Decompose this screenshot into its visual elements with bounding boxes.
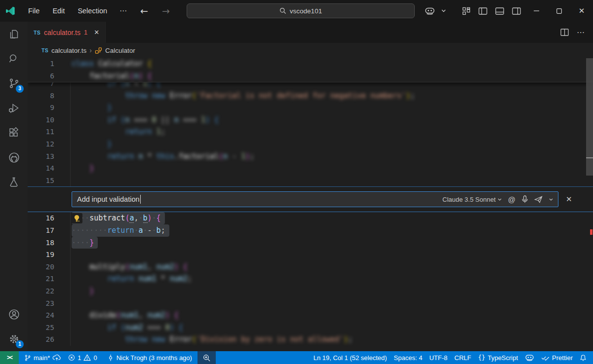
git-blame-status-item[interactable]: Nick Trogh (3 months ago) [104,351,196,364]
line-content[interactable]: divide(num1, num2) { [72,309,593,322]
tab-close-icon[interactable]: ✕ [94,29,99,36]
customize-layout-icon[interactable] [458,0,474,22]
line-content[interactable]: return n * this.factorial(n - 1); [72,150,593,163]
activity-bar-item-source-control[interactable]: 3 [0,71,28,96]
line-content[interactable]: if (n === 0 || n === 1) { [72,114,593,126]
remote-icon: >< [7,354,12,361]
cursor-position-item[interactable]: Ln 19, Col 1 (52 selected) [310,351,391,364]
remote-indicator[interactable]: >< [0,351,19,364]
line-number[interactable]: 15 [28,175,54,187]
line-content[interactable]: throw new Error('Division by zero is not… [72,333,593,346]
line-number[interactable]: 6 [28,70,54,82]
line-content[interactable]: ········return·a·-·b; [72,224,593,237]
line-number[interactable]: 25 [28,322,54,334]
line-content[interactable] [72,297,593,310]
line-content[interactable]: } [72,285,593,297]
github-icon [8,151,20,164]
breadcrumb-symbol[interactable]: Calculator [105,47,135,54]
line-number[interactable]: 9 [28,102,54,114]
toggle-primary-sidebar-icon[interactable] [474,0,491,22]
line-number[interactable]: 14 [28,162,54,175]
copilot-lightbulb-icon[interactable] [71,213,82,223]
send-options-chevron-icon[interactable] [549,198,553,201]
line-content[interactable]: } [72,102,593,114]
navigate-back-icon[interactable]: ← [133,5,155,16]
line-number[interactable]: 24 [28,309,54,322]
model-picker[interactable]: Claude 3.5 Sonnet [442,196,502,203]
line-content[interactable]: multiply(num1, num2) { [72,261,593,273]
maximize-icon[interactable] [548,0,570,22]
line-content[interactable]: if (num2 === 0) { [72,322,593,334]
toggle-panel-icon[interactable] [491,0,508,22]
breadcrumb-file[interactable]: calculator.ts [51,47,86,54]
line-number[interactable]: 19 [28,249,54,261]
activity-bar-item-account[interactable] [0,302,28,327]
activity-bar-item-run-debug[interactable] [0,96,28,120]
formatter-status-item[interactable]: Prettier [538,351,576,364]
inline-chat-input[interactable]: Add input validation Claude 3.5 Sonnet @ [72,191,558,207]
line-number[interactable]: 11 [28,126,54,138]
menu-selection[interactable]: Selection [71,0,114,22]
line-number[interactable]: 16 [28,212,54,224]
line-content[interactable]: throw new Error('Factorial is not define… [72,90,593,102]
minimize-icon[interactable] [525,0,548,22]
problems-status-item[interactable]: 1 0 [65,351,100,364]
line-number[interactable]: 1 [28,58,54,70]
activity-bar-item-settings-gear[interactable]: 1 [0,327,28,351]
menu-edit[interactable]: Edit [46,0,71,22]
sticky-scroll[interactable]: 1class Calculator {6 factorial(n) { [28,58,593,82]
line-content[interactable]: } [72,162,593,175]
close-window-icon[interactable]: ✕ [570,0,593,22]
activity-bar-item-testing[interactable] [0,170,28,194]
send-icon[interactable] [534,196,543,203]
line-number[interactable]: 17 [28,224,54,237]
line-number[interactable]: 22 [28,285,54,297]
close-inline-chat-icon[interactable]: ✕ [566,195,572,204]
microphone-icon[interactable] [522,195,528,203]
notifications-item[interactable] [576,351,590,364]
line-number[interactable]: 21 [28,273,54,285]
activity-bar-item-search[interactable] [0,46,28,71]
activity-bar-item-files[interactable] [0,22,28,46]
tab-calculator-ts[interactable]: TS calculator.ts 1 ✕ [28,22,106,43]
line-content[interactable]: ····subtract(a,·b)·{ [72,212,593,224]
editor-scrollbar[interactable] [586,58,593,351]
activity-bar-item-extensions[interactable] [0,120,28,145]
split-editor-icon[interactable] [560,29,569,36]
copilot-status-item[interactable] [521,351,538,364]
editor-more-actions-icon[interactable]: ⋯ [577,28,585,37]
breadcrumb[interactable]: TS calculator.ts › Calculator [28,43,593,58]
encoding-item[interactable]: UTF-8 [426,351,451,364]
indentation-item[interactable]: Spaces: 4 [391,351,426,364]
line-number[interactable]: 18 [28,237,54,249]
line-number[interactable]: 13 [28,150,54,163]
branch-label: main* [34,354,50,362]
line-content[interactable]: return num1 * num2; [72,273,593,285]
activity-bar-item-github[interactable] [0,145,28,170]
line-number[interactable]: 8 [28,90,54,102]
zoom-status-item[interactable] [198,351,216,364]
line-number[interactable]: 12 [28,138,54,150]
line-number[interactable]: 10 [28,114,54,126]
line-content[interactable] [72,249,593,261]
line-content[interactable]: ····} [72,237,593,249]
line-number[interactable]: 20 [28,261,54,273]
line-number[interactable]: 26 [28,333,54,346]
line-content[interactable]: return 1; [72,126,593,138]
activity-bar: 31 [0,22,28,351]
code-editor[interactable]: 7 if (n < 0) {8 throw new Error('Factori… [28,58,593,351]
toggle-secondary-sidebar-icon[interactable] [508,0,525,22]
line-content[interactable] [72,175,593,187]
language-mode-item[interactable]: {} TypeScript [474,351,521,364]
attach-context-icon[interactable]: @ [508,195,515,204]
command-center-search[interactable]: vscode101 [187,3,415,18]
more-menus-icon[interactable]: ⋯ [114,6,133,15]
line-content[interactable]: } [72,138,593,150]
chevron-down-icon[interactable] [435,0,452,22]
line-number[interactable]: 23 [28,297,54,310]
branch-status-item[interactable]: main* [21,351,65,364]
line-content[interactable]: factorial(n) { [72,70,593,82]
menu-file[interactable]: File [22,0,46,22]
eol-item[interactable]: CRLF [451,351,474,364]
line-content[interactable]: class Calculator { [72,58,593,70]
